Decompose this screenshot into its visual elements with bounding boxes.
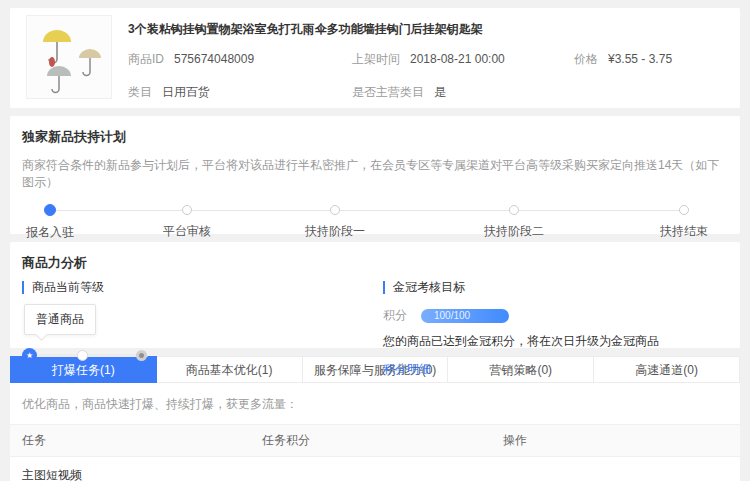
listing-time-value: 2018-08-21 00:00 bbox=[410, 52, 505, 66]
crown-goal-header: 金冠考核目标 bbox=[383, 281, 659, 294]
step-dot-active-icon bbox=[44, 204, 56, 216]
product-info-grid: 商品ID575674048009 上架时间2018-08-21 00:00 价格… bbox=[128, 51, 724, 101]
seller-product-dashboard: 3个装粘钩挂钩置物架浴室免打孔雨伞多功能墙挂钩门后挂架钥匙架 商品ID57567… bbox=[0, 0, 750, 481]
product-summary-card: 3个装粘钩挂钩置物架浴室免打孔雨伞多功能墙挂钩门后挂架钥匙架 商品ID57567… bbox=[10, 8, 740, 108]
support-plan-title: 独家新品扶持计划 bbox=[22, 128, 728, 146]
header-task-score: 任务积分 bbox=[262, 432, 503, 449]
product-id-field: 商品ID575674048009 bbox=[128, 51, 352, 68]
level-node-current-star-icon: ★ bbox=[22, 348, 37, 363]
umbrella-hooks-photo-icon bbox=[27, 16, 111, 98]
header-task: 任务 bbox=[22, 432, 262, 449]
step-phase-one-label: 扶持阶段一 bbox=[265, 223, 405, 240]
price-field: 价格¥3.55 - 3.75 bbox=[574, 51, 724, 68]
category-value: 日用百货 bbox=[162, 85, 210, 99]
step-phase-two-label: 扶持阶段二 bbox=[444, 223, 584, 240]
score-detail-link[interactable]: 积分明细 bbox=[383, 361, 431, 378]
score-row: 积分 100/100 bbox=[383, 307, 659, 324]
support-plan-card: 独家新品扶持计划 商家符合条件的新品参与计划后，平台将对该品进行半私密推广，在会… bbox=[10, 116, 740, 234]
task-cell: 主图短视频 【运营建议】商品无主图短视频，影响商品点击转化，建议您立即上传主图短… bbox=[22, 467, 262, 481]
step-dot-icon bbox=[182, 205, 192, 215]
step-dot-icon bbox=[330, 205, 340, 215]
price-label: 价格 bbox=[574, 52, 598, 66]
product-power-analysis-card: 商品力分析 商品当前等级 普通商品 ★ 金冠考核目标 积分 100/100 您的… bbox=[10, 242, 740, 348]
level-node-middle-icon bbox=[77, 350, 88, 361]
level-tooltip: 普通商品 bbox=[24, 304, 96, 335]
step-review: 平台审核 bbox=[117, 205, 257, 240]
crown-goal-panel: 金冠考核目标 积分 100/100 您的商品已达到金冠积分，将在次日升级为金冠商… bbox=[383, 281, 659, 378]
product-image bbox=[26, 15, 112, 99]
category-label: 类目 bbox=[128, 85, 152, 99]
level-track bbox=[28, 354, 148, 357]
crown-goal-message: 您的商品已达到金冠积分，将在次日升级为金冠商品 bbox=[383, 333, 659, 350]
product-info: 3个装粘钩挂钩置物架浴室免打孔雨伞多功能墙挂钩门后挂架钥匙架 商品ID57567… bbox=[128, 15, 724, 101]
table-row: 主图短视频 【运营建议】商品无主图短视频，影响商品点击转化，建议您立即上传主图短… bbox=[10, 457, 740, 481]
main-category-value: 是 bbox=[434, 85, 446, 99]
step-review-label: 平台审核 bbox=[117, 223, 257, 240]
product-id-value: 575674048009 bbox=[174, 52, 254, 66]
score-progress-pill: 100/100 bbox=[421, 309, 509, 323]
score-label: 积分 bbox=[383, 307, 407, 324]
level-progress-slider: ★ bbox=[22, 347, 162, 363]
tab-basic-optimization[interactable]: 商品基本优化(1) bbox=[157, 356, 303, 383]
tasks-table-header: 任务 任务积分 操作 bbox=[10, 424, 740, 457]
task-name: 主图短视频 bbox=[22, 467, 262, 481]
step-signup-label: 报名入驻 bbox=[0, 224, 120, 241]
category-field: 类目日用百货 bbox=[128, 84, 352, 101]
analysis-title: 商品力分析 bbox=[22, 254, 728, 272]
listing-time-field: 上架时间2018-08-21 00:00 bbox=[352, 51, 574, 68]
step-dot-icon bbox=[679, 205, 689, 215]
tasks-hint-text: 优化商品，商品快速打爆、持续打爆，获更多流量： bbox=[10, 383, 740, 424]
product-id-label: 商品ID bbox=[128, 52, 164, 66]
product-title: 3个装粘钩挂钩置物架浴室免打孔雨伞多功能墙挂钩门后挂架钥匙架 bbox=[128, 21, 724, 38]
support-plan-description: 商家符合条件的新品参与计划后，平台将对该品进行半私密推广，在会员专区等专属渠道对… bbox=[22, 157, 728, 191]
main-category-label: 是否主营类目 bbox=[352, 85, 424, 99]
level-node-top-icon bbox=[136, 350, 147, 361]
step-end-label: 扶持结束 bbox=[614, 223, 750, 240]
price-value: ¥3.55 - 3.75 bbox=[608, 52, 672, 66]
header-action: 操作 bbox=[503, 432, 740, 449]
listing-time-label: 上架时间 bbox=[352, 52, 400, 66]
current-level-header: 商品当前等级 bbox=[22, 281, 162, 294]
current-level-panel: 商品当前等级 普通商品 ★ bbox=[22, 281, 162, 363]
main-category-field: 是否主营类目是 bbox=[352, 84, 574, 101]
step-dot-icon bbox=[509, 205, 519, 215]
